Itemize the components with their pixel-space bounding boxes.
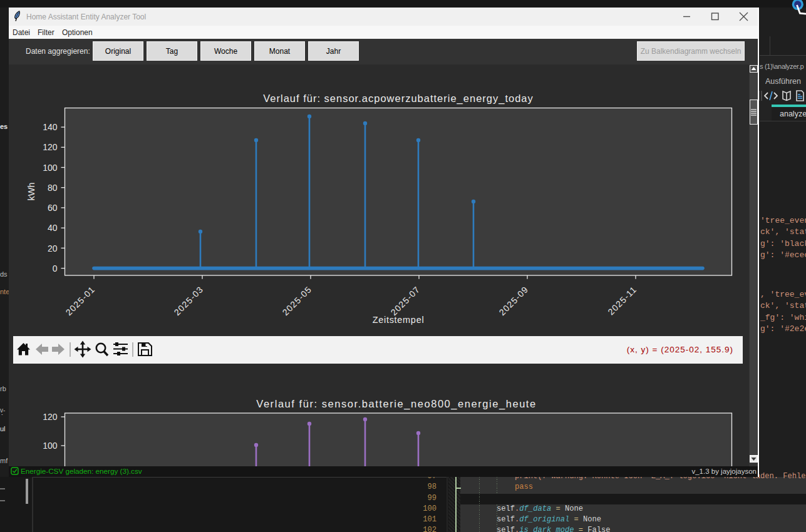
svg-text:Zeitstempel: Zeitstempel xyxy=(373,315,425,325)
svg-text:120: 120 xyxy=(43,412,58,422)
svg-text:Verlauf für: sensor.batterie_n: Verlauf für: sensor.batterie_neo800_ener… xyxy=(256,398,536,410)
svg-text:20: 20 xyxy=(48,243,58,253)
svg-text:40: 40 xyxy=(48,223,58,233)
svg-text:100: 100 xyxy=(43,163,58,173)
svg-text:0: 0 xyxy=(53,263,58,274)
svg-text:60: 60 xyxy=(48,203,58,213)
svg-text:100: 100 xyxy=(43,441,58,451)
svg-text:kWh: kWh xyxy=(26,183,36,201)
svg-text:140: 140 xyxy=(43,122,58,132)
svg-text:80: 80 xyxy=(48,183,58,193)
svg-text:120: 120 xyxy=(43,142,58,152)
svg-text:Verlauf für: sensor.acpowerzub: Verlauf für: sensor.acpowerzubatterie_en… xyxy=(263,93,534,105)
